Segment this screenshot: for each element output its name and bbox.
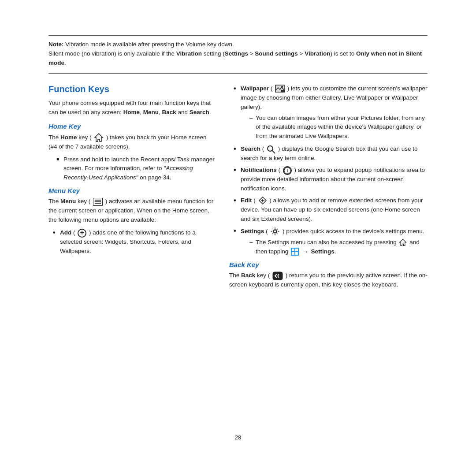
svg-marker-13 <box>400 239 406 246</box>
search-option: Search ( ) displays the Google Search bo… <box>234 145 428 163</box>
menu-key-options: Add ( ) adds one of the following functi… <box>53 228 216 256</box>
notifications-option: Notifications ( i ) allows you to expand… <box>234 166 428 193</box>
svg-point-12 <box>274 230 276 233</box>
wallpaper-dash1: You can obtain images from either your P… <box>249 114 428 141</box>
note-section: Note: Vibration mode is available after … <box>48 40 428 74</box>
page: Note: Vibration mode is available after … <box>31 22 445 454</box>
add-icon <box>78 229 86 238</box>
settings-home-icon <box>399 238 407 246</box>
home-key-title: Home Key <box>48 123 216 130</box>
function-keys-title: Function Keys <box>48 84 216 94</box>
edit-option: Edit ( ) allows you to add or remove ext… <box>234 196 428 224</box>
note-label: Note: <box>48 41 64 48</box>
wallpaper-dash-list: You can obtain images from either your P… <box>249 114 428 141</box>
back-key-desc: The Back key ( ) returns you to the prev… <box>229 271 428 290</box>
grid-icon <box>291 248 299 256</box>
home-key-bullet1: Press and hold to launch the Recent apps… <box>56 155 216 183</box>
settings-icon <box>270 227 280 236</box>
left-column: Function Keys Your phone comes equipped … <box>48 78 216 427</box>
search-icon <box>267 145 275 154</box>
menu-icon <box>93 198 103 206</box>
top-border <box>48 35 428 36</box>
home-icon <box>94 133 104 142</box>
settings-option: Settings ( <box>234 227 428 257</box>
svg-line-5 <box>272 151 275 153</box>
settings-dash1: The Settings menu can also be accessed b… <box>249 238 428 257</box>
content-columns: Function Keys Your phone comes equipped … <box>48 78 428 427</box>
home-key-bullets: Press and hold to launch the Recent apps… <box>56 155 216 183</box>
notifications-icon: i <box>283 166 292 175</box>
home-key-desc: The Home key ( ) takes you back to your … <box>48 133 216 152</box>
add-option: Add ( ) adds one of the following functi… <box>53 228 216 256</box>
page-number: 28 <box>48 434 428 441</box>
menu-key-title: Menu Key <box>48 187 216 194</box>
svg-text:i: i <box>286 168 288 173</box>
edit-icon <box>258 196 267 205</box>
arrow-icon: → <box>302 247 309 257</box>
wallpaper-icon <box>275 85 285 93</box>
back-icon <box>272 271 283 280</box>
svg-marker-0 <box>95 134 103 141</box>
right-dot-list: Wallpaper ( ) lets you to customize the … <box>234 84 428 257</box>
right-column: Wallpaper ( ) lets you to customize the … <box>229 78 428 427</box>
settings-dash-list: The Settings menu can also be accessed b… <box>249 238 428 257</box>
svg-point-2 <box>281 86 283 88</box>
svg-point-4 <box>268 146 273 151</box>
menu-key-desc: The Menu key ( ) activates an available … <box>48 197 216 225</box>
back-key-title: Back Key <box>229 261 428 268</box>
note-text1: Vibration mode is available after pressi… <box>48 41 422 66</box>
wallpaper-option: Wallpaper ( ) lets you to customize the … <box>234 84 428 141</box>
function-keys-intro: Your phone comes equipped with four main… <box>48 99 216 117</box>
